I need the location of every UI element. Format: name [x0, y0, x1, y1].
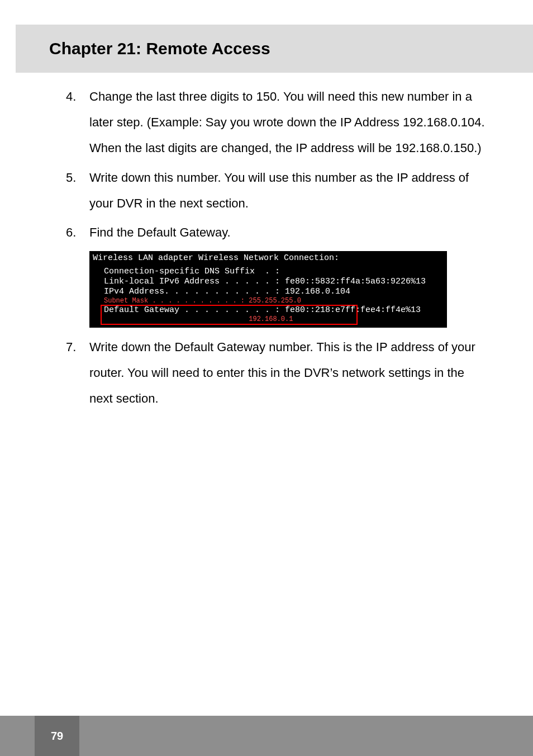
list-item: 5. Write down this number. You will use …	[66, 165, 488, 216]
terminal-gateway-line: Default Gateway . . . . . . . . . : fe80…	[104, 305, 421, 315]
chapter-header-band: Chapter 21: Remote Access	[16, 25, 533, 73]
list-number: 6.	[66, 220, 89, 245]
list-text: Find the Default Gateway.	[89, 220, 488, 245]
list-item: 4. Change the last three digits to 150. …	[66, 84, 488, 162]
page: Chapter 21: Remote Access 4. Change the …	[0, 0, 533, 756]
list-number: 5.	[66, 165, 89, 216]
list-text: Change the last three digits to 150. You…	[89, 84, 488, 162]
terminal-gateway-ip: 192.168.0.1	[104, 315, 421, 323]
default-gateway-highlight: Default Gateway . . . . . . . . . : fe80…	[93, 305, 421, 323]
page-number: 79	[35, 716, 79, 756]
list-number: 4.	[66, 84, 89, 162]
terminal-output: Wireless LAN adapter Wireless Network Co…	[89, 251, 447, 327]
instruction-list-continued: 7. Write down the Default Gateway number…	[66, 334, 488, 412]
list-number: 7.	[66, 334, 89, 412]
terminal-line: Link-local IPv6 Address . . . . . : fe80…	[104, 277, 444, 287]
terminal-header: Wireless LAN adapter Wireless Network Co…	[93, 253, 444, 263]
terminal-line: Connection-specific DNS Suffix . :	[104, 267, 444, 277]
list-item: 6. Find the Default Gateway.	[66, 220, 488, 245]
chapter-title: Chapter 21: Remote Access	[49, 39, 270, 58]
list-text: Write down the Default Gateway number. T…	[89, 334, 488, 412]
list-text: Write down this number. You will use thi…	[89, 165, 488, 216]
instruction-list: 4. Change the last three digits to 150. …	[66, 84, 488, 245]
terminal-line: IPv4 Address. . . . . . . . . . . : 192.…	[104, 287, 444, 297]
terminal-subnet-line: Subnet Mask . . . . . . . . . . . : 255.…	[104, 297, 444, 305]
footer-band	[0, 716, 533, 756]
list-item: 7. Write down the Default Gateway number…	[66, 334, 488, 412]
content-area: 4. Change the last three digits to 150. …	[66, 84, 488, 415]
